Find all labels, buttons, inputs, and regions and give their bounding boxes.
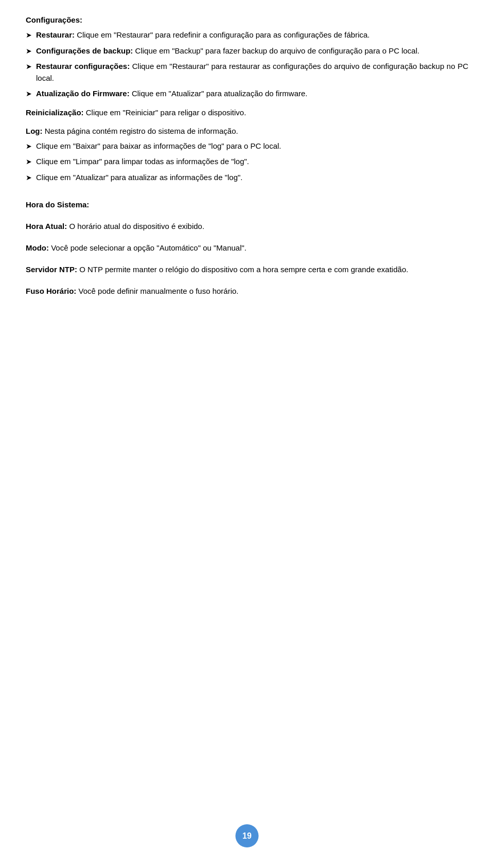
log-intro-line: Log: Nesta página contém registro do sis… [26, 126, 468, 137]
reinicializacao-section: Reinicialização: Clique em "Reiniciar" p… [26, 107, 468, 119]
main-content: Configurações: ➤ Restaurar: Clique em "R… [26, 15, 468, 297]
hora-sistema-title-block: Hora do Sistema: [26, 199, 468, 211]
modo-label: Modo: [26, 243, 49, 252]
list-item: ➤ Configurações de backup: Clique em "Ba… [26, 45, 468, 57]
list-item: ➤ Restaurar configurações: Clique em "Re… [26, 61, 468, 84]
log-item-2: Clique em "Limpar" para limpar todas as … [36, 156, 468, 168]
fuso-text: Você pode definir manualmente o fuso hor… [76, 287, 238, 295]
configuracoes-title: Configurações: [26, 15, 468, 24]
arrow-icon: ➤ [26, 156, 32, 167]
hora-sistema-title: Hora do Sistema: [26, 200, 89, 209]
arrow-icon: ➤ [26, 141, 32, 152]
arrow-icon: ➤ [26, 88, 32, 99]
item-label: Atualização do Firmware: [36, 89, 130, 98]
fuso-label: Fuso Horário: [26, 287, 76, 295]
arrow-icon: ➤ [26, 61, 32, 72]
modo-text: Você pode selecionar a opção "Automático… [49, 243, 246, 252]
log-title: Log: [26, 127, 42, 135]
log-section: Log: Nesta página contém registro do sis… [26, 126, 468, 183]
hora-sistema-section: Hora do Sistema: Hora Atual: O horário a… [26, 199, 468, 297]
bullet-text: Configurações de backup: Clique em "Back… [36, 45, 468, 57]
modo-block: Modo: Você pode selecionar a opção "Auto… [26, 242, 468, 254]
bullet-text: Restaurar: Clique em "Restaurar" para re… [36, 29, 468, 41]
item-label: Configurações de backup: [36, 46, 133, 55]
ntp-block: Servidor NTP: O NTP permite manter o rel… [26, 263, 468, 276]
list-item: ➤ Restaurar: Clique em "Restaurar" para … [26, 29, 468, 41]
item-label: Restaurar configurações: [36, 62, 130, 70]
page-number-text: 19 [242, 831, 252, 841]
log-item-3: Clique em "Atualizar" para atualizar as … [36, 172, 468, 184]
list-item: ➤ Clique em "Limpar" para limpar todas a… [26, 156, 468, 168]
arrow-icon: ➤ [26, 46, 32, 57]
hora-atual-block: Hora Atual: O horário atual do dispositi… [26, 220, 468, 233]
configuracoes-section: Configurações: ➤ Restaurar: Clique em "R… [26, 15, 468, 100]
log-intro: Nesta página contém registro do sistema … [42, 127, 238, 135]
hora-atual-label: Hora Atual: [26, 222, 67, 231]
ntp-text: O NTP permite manter o relógio do dispos… [77, 265, 408, 274]
item-label: Restaurar: [36, 30, 75, 39]
hora-atual-text: O horário atual do dispositivo é exibido… [67, 222, 204, 231]
log-item-1: Clique em "Baixar" para baixar as inform… [36, 140, 468, 152]
arrow-icon: ➤ [26, 30, 32, 41]
reinicializacao-text: Clique em "Reiniciar" para religar o dis… [84, 108, 246, 117]
page-number: 19 [236, 824, 259, 847]
list-item: ➤ Clique em "Baixar" para baixar as info… [26, 140, 468, 152]
arrow-icon: ➤ [26, 172, 32, 183]
reinicializacao-label: Reinicialização: [26, 108, 84, 117]
ntp-label: Servidor NTP: [26, 265, 77, 274]
bullet-text: Restaurar configurações: Clique em "Rest… [36, 61, 468, 84]
list-item: ➤ Atualização do Firmware: Clique em "At… [26, 88, 468, 100]
fuso-block: Fuso Horário: Você pode definir manualme… [26, 285, 468, 297]
item-text: Clique em "Restaurar" para redefinir a c… [75, 30, 369, 39]
bullet-text: Atualização do Firmware: Clique em "Atua… [36, 88, 468, 100]
item-text: Clique em "Backup" para fazer backup do … [133, 46, 419, 55]
list-item: ➤ Clique em "Atualizar" para atualizar a… [26, 172, 468, 184]
item-text: Clique em "Atualizar" para atualização d… [130, 89, 308, 98]
